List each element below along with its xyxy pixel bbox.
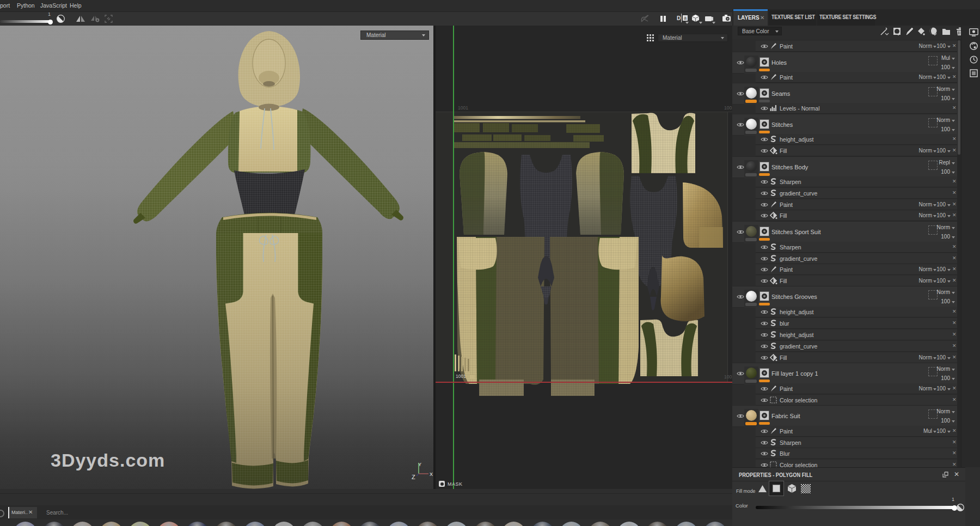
svg-text:Z: Z — [412, 474, 415, 480]
svg-text:X: X — [430, 472, 433, 477]
